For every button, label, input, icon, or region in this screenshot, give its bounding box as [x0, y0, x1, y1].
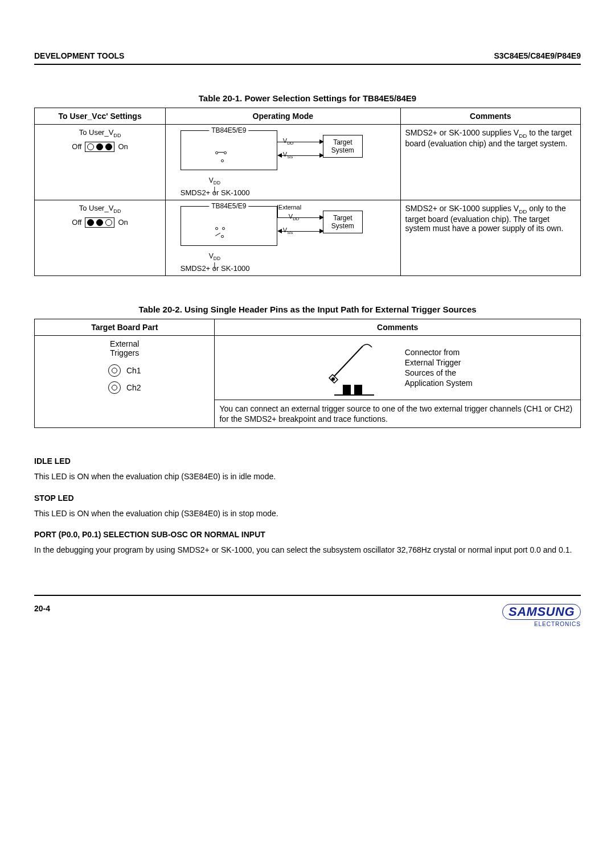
switch-off-label: Off — [72, 218, 81, 227]
external-label: External — [278, 204, 301, 211]
switch-diagram: Off On — [72, 217, 128, 228]
table1-caption: Table 20-1. Power Selection Settings for… — [34, 93, 581, 103]
table1-head-opmode: Operating Mode — [166, 108, 400, 125]
opmode-diagram: TB84E5/E9 Target System VDD — [181, 128, 386, 196]
header-left: DEVELOPMENT TOOLS — [34, 51, 124, 60]
trigger-label: ExternalTriggers — [39, 339, 210, 357]
opmode-diagram: TB84E5/E9 External Target System VDD — [181, 204, 386, 272]
table2-caption: Table 20-2. Using Single Header Pins as … — [34, 305, 581, 314]
ch1-pin: Ch1 — [39, 364, 210, 377]
switch-pos-icon — [105, 219, 112, 226]
electronics-label: ELECTRONICS — [502, 621, 581, 627]
samsung-logo: SAMSUNG — [502, 604, 581, 620]
switch-pos-icon — [105, 143, 112, 150]
table1-head-comments: Comments — [400, 108, 580, 125]
connector-text: Connector fromExternal TriggerSources of… — [405, 347, 473, 389]
target-label: Target — [333, 138, 352, 146]
sk-label: SMDS2+ or SK-1000 — [181, 264, 250, 273]
ch2-label: Ch2 — [126, 383, 141, 392]
pin-icon — [108, 381, 121, 394]
connector-diagram: Connector fromExternal TriggerSources of… — [219, 339, 576, 396]
switch-on-label: On — [118, 142, 128, 151]
table-row: To User_VDD Off On TB84E5/E9 — [35, 200, 581, 276]
tb-box-label: TB84E5/E9 — [209, 126, 248, 134]
svg-point-0 — [331, 377, 335, 381]
system-label: System — [331, 146, 354, 154]
svg-rect-1 — [343, 385, 351, 395]
samsung-logo-block: SAMSUNG ELECTRONICS — [502, 604, 581, 627]
table-row: ExternalTriggers Ch1 Ch2 — [35, 336, 581, 400]
port-body: In the debugging your program by using S… — [34, 545, 581, 555]
switch-pos-icon — [96, 219, 103, 226]
system-label: System — [331, 222, 354, 230]
table2-head-comments: Comments — [215, 319, 581, 336]
switch-pos-icon — [87, 143, 94, 150]
switch-top-label: To User_VDD — [39, 128, 161, 138]
switch-on-label: On — [118, 218, 128, 227]
ch1-label: Ch1 — [126, 366, 141, 375]
page-footer: 20-4 SAMSUNG ELECTRONICS — [34, 596, 581, 627]
stop-led-body: This LED is ON when the evaluation chip … — [34, 508, 581, 519]
table1-head-settings: To User_Vcc' Settings — [35, 108, 166, 125]
svg-rect-2 — [354, 385, 362, 395]
page-number: 20-4 — [34, 604, 50, 613]
page-header: DEVELOPMENT TOOLS S3C84E5/C84E9/P84E9 — [34, 51, 581, 65]
connector-icon — [323, 339, 391, 396]
table2-comment-body: You can connect an external trigger sour… — [215, 400, 581, 428]
target-label: Target — [333, 214, 352, 222]
idle-led-heading: IDLE LED — [34, 456, 581, 466]
table1-comment: SMDS2+ or SK-1000 supplies VDD only to t… — [400, 200, 580, 276]
switch-diagram: Off On — [72, 142, 128, 152]
table1: To User_Vcc' Settings Operating Mode Com… — [34, 108, 581, 276]
tb-box-label: TB84E5/E9 — [209, 202, 248, 210]
idle-led-body: This LED is ON when the evaluation chip … — [34, 471, 581, 482]
sk-label: SMDS2+ or SK-1000 — [181, 188, 250, 197]
ch2-pin: Ch2 — [39, 381, 210, 394]
port-heading: PORT (P0.0, P0.1) SELECTION SUB-OSC OR N… — [34, 530, 581, 539]
switch-top-label: To User_VDD — [39, 204, 161, 214]
pin-icon — [108, 364, 121, 377]
switch-pos-icon — [96, 143, 103, 150]
stop-led-heading: STOP LED — [34, 493, 581, 503]
switch-pos-icon — [87, 219, 94, 226]
table-row: To User_VDD Off On TB84E5/E9 — [35, 125, 581, 200]
table1-comment: SMDS2+ or SK-1000 supplies VDD to the ta… — [400, 125, 580, 200]
header-right: S3C84E5/C84E9/P84E9 — [494, 51, 581, 60]
table2: Target Board Part Comments ExternalTrigg… — [34, 319, 581, 428]
switch-off-label: Off — [72, 142, 81, 151]
table2-head-part: Target Board Part — [35, 319, 215, 336]
